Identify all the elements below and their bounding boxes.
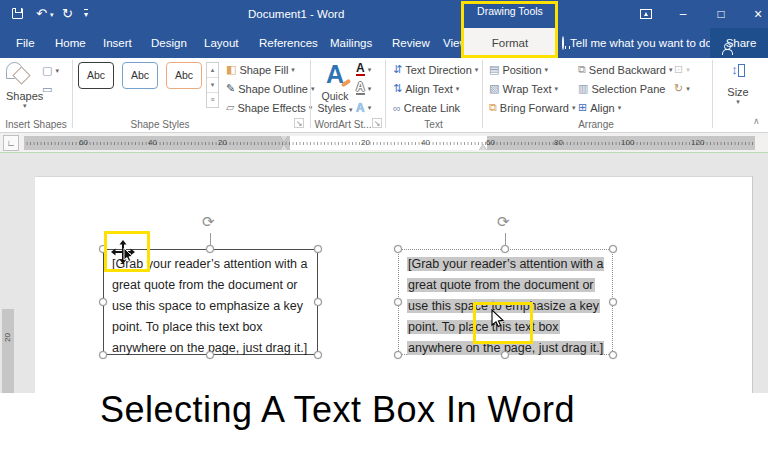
undo-icon[interactable]: ↶ — [36, 0, 47, 28]
textbox-right[interactable]: [Grab your reader’s attention with a gre… — [398, 249, 613, 355]
resize-handle[interactable] — [609, 351, 617, 359]
text-direction-button[interactable]: ⇵ Text Direction ▾ — [393, 61, 478, 78]
horizontal-ruler[interactable]: 60 40 20 20 40 60 80 100 120 — [24, 136, 755, 150]
quick-styles-label-1: Quick — [315, 90, 355, 102]
ruler-number: 120 — [690, 137, 705, 148]
close-icon[interactable]: × — [748, 0, 768, 28]
caption-band: Selecting A Text Box In Word — [0, 393, 768, 454]
tab-mailings[interactable]: Mailings — [330, 28, 372, 58]
right-indent-marker[interactable] — [479, 144, 487, 150]
resize-handle[interactable] — [394, 298, 402, 306]
text-effects-button[interactable]: A ▾ — [356, 99, 371, 116]
resize-handle[interactable] — [99, 351, 107, 359]
text-outline-button[interactable]: A ▾ — [356, 80, 371, 97]
send-backward-button[interactable]: ⧉ Send Backward ▾ — [578, 61, 672, 78]
shape-fill-button[interactable]: ◧ Shape Fill ▾ — [226, 61, 295, 78]
resize-handle[interactable] — [99, 298, 107, 306]
resize-handle[interactable] — [99, 245, 107, 253]
gallery-more-icon[interactable]: ≡ — [207, 93, 218, 108]
quick-styles-icon: A — [326, 60, 344, 88]
shape-effects-label: Shape Effects — [237, 102, 305, 114]
create-link-button[interactable]: ∞ Create Link — [393, 99, 460, 116]
position-label: Position — [502, 64, 541, 76]
shape-style-preset-3[interactable]: Abc — [166, 62, 202, 89]
ruler-number: 20 — [3, 333, 12, 342]
tab-insert[interactable]: Insert — [103, 28, 132, 58]
redo-icon[interactable]: ↻ — [62, 0, 73, 28]
tell-me-label: Tell me what you want to do — [570, 37, 712, 49]
ribbon: Shapes ▾ ▢ ▾ ▭ Insert Shapes Abc Abc Abc… — [0, 58, 768, 133]
chevron-down-icon: ▾ — [55, 67, 59, 75]
chevron-down-icon: ▾ — [456, 85, 460, 93]
size-label: Size — [720, 86, 756, 98]
draw-textbox-button[interactable]: ▭ — [42, 81, 52, 98]
shapes-button[interactable]: Shapes ▾ — [6, 62, 43, 110]
shape-style-preset-2[interactable]: Abc — [122, 62, 158, 89]
rotate-objects-button[interactable]: ↻ ▾ — [674, 80, 690, 97]
quick-styles-button[interactable]: A Quick Styles ▾ — [315, 60, 355, 114]
resize-handle[interactable] — [314, 351, 322, 359]
resize-handle[interactable] — [609, 245, 617, 253]
bring-forward-button[interactable]: ⧉ Bring Forward ▾ — [489, 99, 575, 116]
first-line-indent-marker[interactable] — [280, 136, 288, 142]
gallery-up-icon[interactable]: ▴ — [207, 63, 218, 78]
qat-customize-icon[interactable]: ▾ — [84, 9, 88, 19]
tell-me-box[interactable]: Tell me what you want to do — [562, 28, 712, 58]
tab-design[interactable]: Design — [151, 28, 187, 58]
resize-handle[interactable] — [206, 351, 214, 359]
maximize-icon[interactable]: □ — [711, 0, 731, 28]
edit-shape-button[interactable]: ▢ ▾ — [42, 62, 59, 79]
wrap-text-button[interactable]: ▧ Wrap Text ▾ — [489, 80, 558, 97]
tab-selector[interactable]: ∟ — [3, 135, 19, 151]
rotate-handle-icon[interactable]: ⟳ — [497, 213, 510, 231]
share-button[interactable]: Share — [710, 28, 768, 58]
shape-effects-button[interactable]: ▱ Shape Effects ▾ — [226, 99, 312, 116]
hanging-indent-marker[interactable] — [280, 144, 288, 150]
resize-handle[interactable] — [501, 245, 509, 253]
tab-format-active[interactable]: Format — [464, 28, 556, 58]
text-direction-label: Text Direction — [405, 64, 472, 76]
resize-handle[interactable] — [314, 298, 322, 306]
group-label-text: Text — [385, 119, 482, 130]
align-button[interactable]: ⊞ Align ▾ — [578, 99, 621, 116]
selected-text: use this space to emphasize a key — [407, 299, 600, 313]
textbox-line: [Grab your reader’s attention with a — [112, 254, 307, 275]
align-text-button[interactable]: ⇅ Align Text ▾ — [393, 80, 459, 97]
tab-review[interactable]: Review — [392, 28, 430, 58]
shape-outline-button[interactable]: ✎ Shape Outline ▾ — [226, 80, 314, 97]
size-button[interactable]: ↕ Size ▾ — [720, 62, 756, 106]
resize-handle[interactable] — [206, 245, 214, 253]
rotate-handle-icon[interactable]: ⟳ — [202, 213, 215, 231]
shape-styles-launcher-icon[interactable]: ↘ — [294, 118, 304, 128]
gallery-down-icon[interactable]: ▾ — [207, 78, 218, 93]
group-label-insert-shapes: Insert Shapes — [0, 119, 72, 130]
textbox-right-text: [Grab your reader’s attention with a gre… — [407, 254, 604, 359]
textbox-line: point. To place this text box — [112, 317, 307, 338]
resize-handle[interactable] — [609, 298, 617, 306]
position-button[interactable]: ▤ Position ▾ — [489, 61, 548, 78]
shape-style-preset-1[interactable]: Abc — [78, 62, 114, 89]
save-icon[interactable] — [12, 8, 23, 19]
minimize-icon[interactable]: – — [673, 0, 693, 28]
resize-handle[interactable] — [314, 245, 322, 253]
resize-handle[interactable] — [394, 351, 402, 359]
tab-layout[interactable]: Layout — [204, 28, 239, 58]
group-objects-icon: ⊡ — [674, 63, 683, 76]
selection-pane-button[interactable]: ▥ Selection Pane — [578, 80, 665, 97]
chevron-down-icon: ▾ — [368, 85, 372, 93]
tab-references[interactable]: References — [259, 28, 318, 58]
text-fill-button[interactable]: A ▾ — [356, 61, 371, 78]
resize-handle[interactable] — [394, 245, 402, 253]
ribbon-display-options-icon[interactable] — [640, 9, 652, 19]
tab-home[interactable]: Home — [55, 28, 86, 58]
group-objects-button[interactable]: ⊡ ▾ — [674, 61, 690, 78]
undo-dropdown-icon[interactable]: ▾ — [50, 1, 54, 29]
wordart-launcher-icon[interactable]: ↘ — [372, 118, 382, 128]
collapse-ribbon-icon[interactable]: ∧ — [753, 116, 760, 126]
ruler-number: 20 — [360, 137, 371, 148]
textbox-left[interactable]: [Grab your reader’s attention with a gre… — [103, 249, 318, 355]
tab-file[interactable]: File — [16, 28, 35, 58]
resize-handle[interactable] — [501, 351, 509, 359]
ruler-number: 40 — [147, 137, 158, 148]
align-text-label: Align Text — [405, 83, 453, 95]
